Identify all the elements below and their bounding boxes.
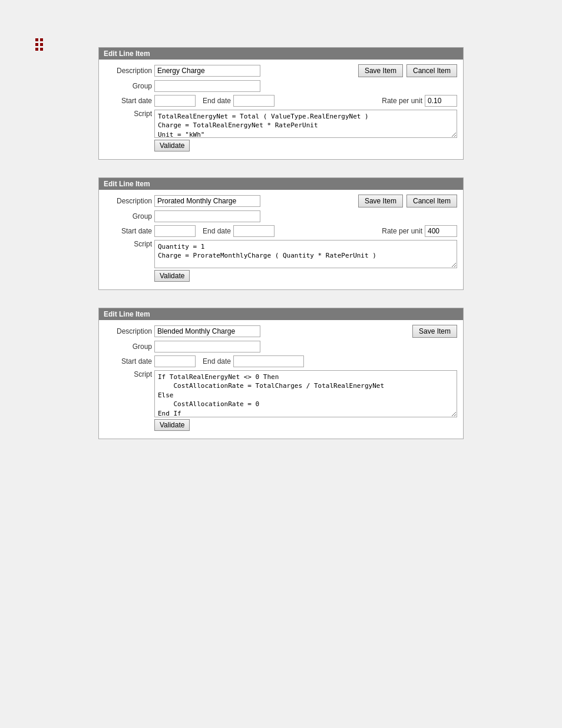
card1-group-label: Group bbox=[105, 82, 152, 90]
card1-description-label: Description bbox=[105, 67, 152, 75]
card1-rate-label: Rate per unit bbox=[382, 97, 422, 105]
card1-enddate-label: End date bbox=[203, 97, 231, 105]
card2-startdate-input[interactable] bbox=[154, 225, 196, 237]
card2-description-label: Description bbox=[105, 197, 152, 205]
card1-description-input[interactable] bbox=[154, 65, 260, 77]
card1-script-label: Script bbox=[105, 110, 152, 118]
card3-script-label: Script bbox=[105, 370, 152, 378]
card3-enddate-input[interactable] bbox=[233, 355, 304, 367]
card2-script-label: Script bbox=[105, 240, 152, 248]
card1-group-input[interactable] bbox=[154, 80, 260, 92]
card3-validate-button[interactable]: Validate bbox=[154, 419, 190, 431]
card2-rate-label: Rate per unit bbox=[382, 227, 422, 235]
card1-startdate-label: Start date bbox=[105, 97, 152, 105]
card1-save-button[interactable]: Save Item bbox=[358, 64, 403, 77]
card3-startdate-label: Start date bbox=[105, 357, 152, 365]
card2-save-button[interactable]: Save Item bbox=[358, 195, 403, 207]
card2-rate-input[interactable] bbox=[425, 225, 457, 237]
card1-cancel-button[interactable]: Cancel Item bbox=[406, 64, 457, 77]
card3-startdate-input[interactable] bbox=[154, 355, 196, 367]
card1-startdate-input[interactable] bbox=[154, 95, 196, 107]
card3-script-textarea[interactable]: If TotalRealEnergyNet <> 0 Then CostAllo… bbox=[154, 370, 457, 417]
card2-description-input[interactable] bbox=[154, 195, 260, 207]
card3-description-input[interactable] bbox=[154, 325, 260, 337]
card3-enddate-label: End date bbox=[203, 357, 231, 365]
card2-script-textarea[interactable]: Quantity = 1 Charge = ProrateMonthlyChar… bbox=[154, 240, 457, 268]
card2-enddate-label: End date bbox=[203, 227, 231, 235]
edit-line-item-1: Edit Line Item Description Save Item Can… bbox=[98, 47, 464, 160]
drag-icon bbox=[35, 38, 43, 51]
edit-line-item-2: Edit Line Item Description Save Item Can… bbox=[98, 177, 464, 290]
card2-group-input[interactable] bbox=[154, 210, 260, 222]
card3-description-label: Description bbox=[105, 327, 152, 335]
card1-header: Edit Line Item bbox=[99, 48, 463, 60]
edit-line-item-3: Edit Line Item Description Save Item Gro… bbox=[98, 308, 464, 439]
card3-group-input[interactable] bbox=[154, 341, 260, 353]
card1-rate-input[interactable] bbox=[425, 95, 457, 107]
card1-validate-button[interactable]: Validate bbox=[154, 140, 190, 151]
card1-enddate-input[interactable] bbox=[233, 95, 275, 107]
card2-startdate-label: Start date bbox=[105, 227, 152, 235]
card1-script-textarea[interactable]: TotalRealEnergyNet = Total ( ValueType.R… bbox=[154, 110, 457, 138]
card2-validate-button[interactable]: Validate bbox=[154, 270, 190, 282]
card2-cancel-button[interactable]: Cancel Item bbox=[406, 195, 457, 207]
card2-header: Edit Line Item bbox=[99, 178, 463, 190]
card3-header: Edit Line Item bbox=[99, 308, 463, 320]
card3-group-label: Group bbox=[105, 342, 152, 351]
card2-enddate-input[interactable] bbox=[233, 225, 275, 237]
card3-save-button[interactable]: Save Item bbox=[412, 325, 457, 338]
card2-group-label: Group bbox=[105, 212, 152, 220]
